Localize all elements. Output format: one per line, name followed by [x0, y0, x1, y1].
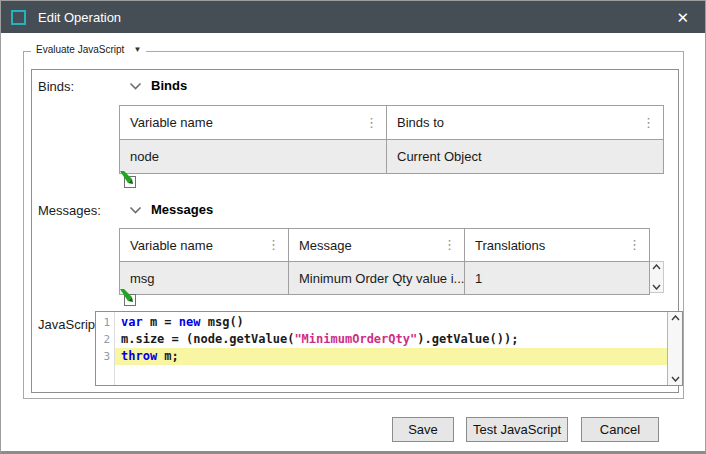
messages-section-title: Messages	[151, 202, 213, 217]
scroll-down-icon[interactable]	[671, 376, 680, 382]
code-line-1: var m = new msg()	[115, 314, 667, 331]
binds-table-header: Variable name ⋮ Binds to ⋮	[120, 106, 663, 139]
scroll-up-icon[interactable]	[671, 315, 680, 321]
messages-table-row[interactable]: msg Minimum Order Qty value i... 1	[120, 261, 649, 294]
app-icon	[11, 10, 26, 25]
edit-operation-dialog: Edit Operation ✕ Evaluate JavaScript ▼ B…	[0, 0, 706, 454]
messages-cell-message[interactable]: Minimum Order Qty value i...	[288, 262, 464, 294]
binds-edit-cell-button[interactable]	[119, 171, 137, 189]
binds-table-row[interactable]: node Current Object	[120, 139, 663, 173]
cancel-button[interactable]: Cancel	[581, 417, 659, 442]
messages-grid-scrollbar[interactable]	[650, 261, 664, 293]
save-button[interactable]: Save	[392, 417, 454, 442]
binds-section-title: Binds	[151, 78, 187, 93]
messages-table-header: Variable name ⋮ Message ⋮ Translations ⋮	[120, 229, 649, 261]
binds-cell-variable-name[interactable]: node	[120, 140, 386, 173]
messages-cell-variable-name[interactable]: msg	[120, 262, 288, 294]
close-icon[interactable]: ✕	[670, 8, 695, 27]
messages-section-header[interactable]: Messages	[129, 202, 213, 217]
messages-edit-cell-button[interactable]	[119, 289, 137, 307]
test-javascript-button[interactable]: Test JavaScript	[466, 417, 568, 442]
scroll-up-icon[interactable]	[652, 264, 661, 270]
messages-col-variable-name[interactable]: Variable name ⋮	[120, 229, 288, 261]
code-line-3-highlighted: throw m;	[115, 348, 667, 365]
messages-col-translations[interactable]: Translations ⋮	[464, 229, 649, 261]
column-menu-icon[interactable]: ⋮	[365, 117, 378, 129]
binds-table: Variable name ⋮ Binds to ⋮ node Current …	[119, 105, 664, 174]
column-menu-icon[interactable]: ⋮	[642, 117, 655, 129]
javascript-code-editor[interactable]: 1 2 3 var m = new msg() m.size = (node.g…	[95, 311, 683, 386]
binds-section-header[interactable]: Binds	[129, 78, 187, 93]
messages-col-message[interactable]: Message ⋮	[288, 229, 464, 261]
edit-cell-icon	[119, 289, 137, 307]
editor-code-area[interactable]: var m = new msg() m.size = (node.getValu…	[115, 312, 667, 385]
messages-cell-translations[interactable]: 1	[464, 262, 649, 294]
code-line-2: m.size = (node.getValue("MinimumOrderQty…	[115, 331, 667, 348]
messages-row-label: Messages:	[38, 203, 101, 218]
column-menu-icon[interactable]: ⋮	[267, 239, 280, 251]
window-title: Edit Operation	[38, 10, 121, 25]
line-number: 3	[96, 348, 114, 365]
line-number: 2	[96, 331, 114, 348]
column-menu-icon[interactable]: ⋮	[628, 239, 641, 251]
binds-col-variable-name[interactable]: Variable name ⋮	[120, 106, 386, 139]
editor-scrollbar[interactable]	[667, 312, 682, 385]
messages-table: Variable name ⋮ Message ⋮ Translations ⋮…	[119, 228, 650, 295]
edit-cell-icon	[119, 171, 137, 189]
javascript-row-label: JavaScript:	[38, 317, 102, 332]
editor-line-number-gutter: 1 2 3	[96, 312, 115, 385]
chevron-down-icon	[129, 206, 142, 214]
binds-col-binds-to[interactable]: Binds to ⋮	[386, 106, 663, 139]
chevron-down-icon	[129, 82, 142, 90]
titlebar: Edit Operation ✕	[1, 1, 705, 33]
column-menu-icon[interactable]: ⋮	[443, 239, 456, 251]
operation-type-label: Evaluate JavaScript	[36, 44, 124, 55]
operation-type-selector[interactable]: Evaluate JavaScript ▼	[31, 44, 146, 55]
binds-cell-binds-to[interactable]: Current Object	[386, 140, 663, 173]
scroll-down-icon[interactable]	[652, 284, 661, 290]
dropdown-arrow-icon: ▼	[133, 45, 141, 54]
line-number: 1	[96, 314, 114, 331]
binds-row-label: Binds:	[38, 79, 74, 94]
